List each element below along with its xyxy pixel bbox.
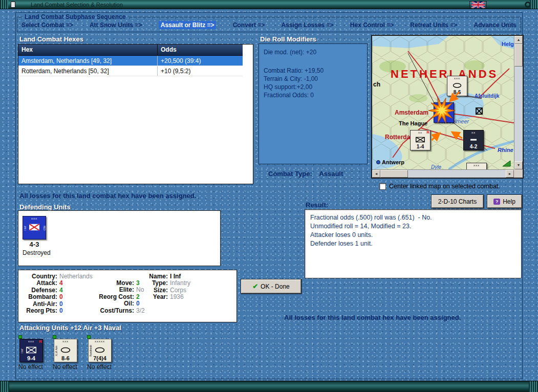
map-canvas[interactable]: Helg NETHERLANDS ch Afsluitdijk Amsterda… <box>372 36 514 169</box>
unit-strength-label: 4-3 <box>23 241 46 248</box>
map-horizontal-scrollbar[interactable]: ◄ ► <box>372 169 514 178</box>
unit-status-label: No effect <box>87 363 119 371</box>
info-label: Anti-Air: <box>21 300 57 308</box>
step-retreat-units: Retreat Units => <box>410 21 457 29</box>
ok-done-label: OK - Done <box>261 283 290 290</box>
losses-status-top: All losses for this land combat hex have… <box>19 192 196 200</box>
info-row: Year:1936 <box>146 293 190 300</box>
step-hex-control: Hex Control => <box>350 21 394 29</box>
center-map-checkbox[interactable] <box>379 183 386 190</box>
map-unit-defender[interactable] <box>434 102 454 123</box>
sequence-legend: Land Combat Subphase Sequence <box>23 13 127 20</box>
bottom-bar <box>0 381 538 392</box>
attacking-unit-2[interactable]: xxx XLVI Arm 8-6 No effect <box>53 335 84 371</box>
map-unit-artillery[interactable]: xx 4-2 <box>463 130 484 150</box>
combat-ratio-line: Combat Ratio: +19,50 <box>264 67 362 75</box>
map-unit-armor[interactable]: xxx 8-6 <box>447 76 467 96</box>
info-label: Year: <box>146 293 168 300</box>
unit-strength: 8-6 <box>54 355 77 361</box>
infantry-symbol <box>29 224 39 230</box>
subphase-sequence: Land Combat Subphase Sequence Select Com… <box>17 13 521 32</box>
hq-symbol <box>95 347 105 353</box>
info-value: Netherlands <box>59 273 93 280</box>
info-value: 3 <box>136 279 140 287</box>
info-row: Name:I Inf <box>146 273 190 279</box>
attacking-unit-1[interactable]: xxx I Inf R 9-4 No effect <box>18 335 50 371</box>
unit-size: xx <box>464 131 483 134</box>
defending-unit-counter[interactable]: xxx I Inf NED <box>23 216 46 239</box>
attacking-unit-counter[interactable]: xxx XLVI Arm 8-6 <box>54 339 77 362</box>
defending-unit[interactable]: xxx I Inf NED 4-3 Destroyed <box>23 216 54 256</box>
charts-button[interactable]: 2-D-10 Charts <box>431 194 484 208</box>
unit-strength: 1-4 <box>411 144 430 149</box>
table-row-amsterdam[interactable]: Amsterdam, Netherlands [49, 32] +20,500 … <box>18 56 243 66</box>
step-assault-or-blitz: Assault or Blitz => <box>159 21 217 29</box>
info-row: Reorg Cost:2 <box>93 293 145 300</box>
info-row: Oil:0 <box>93 300 145 307</box>
unit-info-panel: Country:Netherlands Attack:4 Defense:4 B… <box>18 270 237 322</box>
port-icon <box>376 160 380 164</box>
land-combat-hexes-heading: Land Combat Hexes <box>19 35 83 43</box>
odds-column-header: Odds <box>158 45 243 55</box>
odds-cell: +20,500 (39:4) <box>158 56 243 66</box>
infantry-symbol <box>416 137 425 142</box>
map-label-amsterdam: Amsterdam <box>395 109 428 116</box>
hex-column-header: Hex <box>18 45 158 55</box>
defending-units-box: xxx I Inf NED 4-3 Destroyed <box>18 210 221 266</box>
center-map-checkbox-label: Center linked map on selected combat. <box>389 183 500 190</box>
map-unit-infantry[interactable]: xx R 1-4 <box>410 130 431 150</box>
table-row-rotterdam[interactable]: Rotterdam, Netherlands [50, 32] +10 (9,5… <box>18 66 243 76</box>
info-value: 0 <box>59 300 63 308</box>
scroll-up-button[interactable]: ▲ <box>514 36 523 44</box>
scroll-right-button[interactable]: ► <box>506 170 514 178</box>
titlebar: Land Combat Selection & Resolution <box>0 0 538 9</box>
unit-strength: 9-4 <box>20 355 42 361</box>
result-box: Fractional odds (.500) roll was (.651) -… <box>305 209 522 278</box>
attacking-unit-counter[interactable]: xxx I Inf R 9-4 <box>19 339 43 362</box>
unit-name-vertical: I Inf <box>24 219 27 237</box>
info-label: Country: <box>21 273 57 280</box>
help-book-icon <box>493 199 500 205</box>
status-dot-icon <box>53 335 56 339</box>
green-marker-icon <box>502 160 511 167</box>
status-dot-icon <box>87 335 91 339</box>
attacking-unit-counter[interactable]: xxxxx Rundstedt 7(4)4 <box>88 339 112 362</box>
info-label: Move: <box>93 279 134 287</box>
defending-units-heading: Defending Units <box>19 203 71 211</box>
map-vertical-scrollbar[interactable]: ▲ ▼ <box>514 36 523 169</box>
scroll-down-button[interactable]: ▼ <box>514 161 523 169</box>
info-label: Name: <box>146 273 168 280</box>
odds-cell: +10 (9,5:2) <box>158 66 243 76</box>
checkmark-icon <box>252 283 258 290</box>
map-panel: Helg NETHERLANDS ch Afsluitdijk Amsterda… <box>371 35 524 179</box>
map-label-the-hague: The Hague <box>399 120 427 126</box>
info-label: Oil: <box>93 300 134 307</box>
combat-hex-table: Hex Odds Amsterdam, Netherlands [49, 32]… <box>18 44 253 184</box>
info-row: Attack:4 <box>21 279 93 286</box>
unit-size: xxx <box>467 164 486 167</box>
info-label: Reorg Pts: <box>21 307 57 314</box>
info-value: 0 <box>59 293 63 300</box>
close-icon[interactable] <box>525 2 531 8</box>
help-button-label: Help <box>503 198 515 205</box>
step-att-snow-units: Att Snow Units => <box>90 21 142 29</box>
help-button[interactable]: Help <box>487 194 522 208</box>
unit-strength: 4-2 <box>464 144 483 149</box>
result-line: Defender loses 1 unit. <box>310 239 516 248</box>
uk-flag-icon <box>469 1 487 9</box>
armor-symbol <box>453 82 462 88</box>
scroll-left-button[interactable]: ◄ <box>372 170 380 178</box>
map-label-partial: ch <box>373 81 380 88</box>
info-value: 2 <box>136 293 140 300</box>
horizontal-scroll-thumb[interactable] <box>380 170 408 178</box>
map-unit-partial[interactable]: xxx <box>466 163 487 169</box>
land-combat-window: Land Combat Selection & Resolution Land … <box>0 0 538 392</box>
result-line: Unmodified roll = 14, Modified = 23. <box>310 222 516 231</box>
status-dot-icon <box>18 335 22 339</box>
attacking-unit-3[interactable]: xxxxx Rundstedt 7(4)4 No effect <box>87 335 119 371</box>
unit-status-label: No effect <box>53 363 84 371</box>
vertical-scroll-thumb[interactable] <box>514 44 523 67</box>
ok-done-button[interactable]: OK - Done <box>241 279 302 294</box>
charts-button-label: 2-D-10 Charts <box>438 198 477 205</box>
combat-type: Combat Type: Assault <box>268 170 343 178</box>
